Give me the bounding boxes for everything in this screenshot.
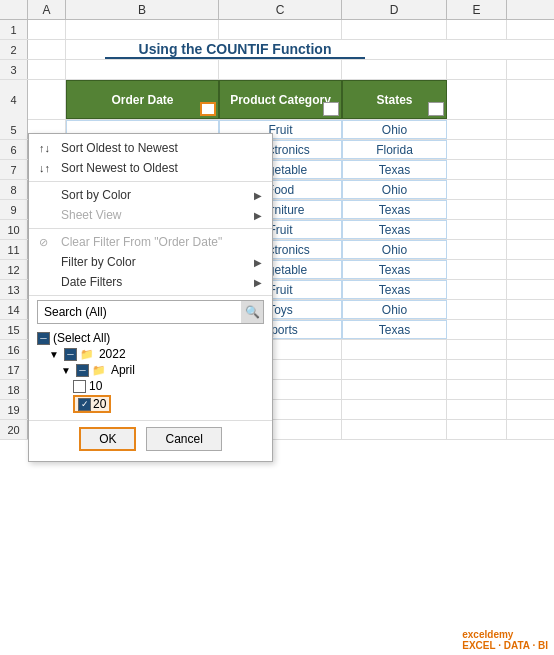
ok-button[interactable]: OK [79,427,136,451]
filter-by-color-item[interactable]: Filter by Color ▶ [29,252,272,272]
row-num-18: 18 [0,380,28,399]
dropdown-menu: ↑↓ Sort Oldest to Newest ↓↑ Sort Newest … [28,133,273,462]
year-2022-checkbox[interactable]: ─ [64,348,77,361]
row-num-15: 15 [0,320,28,339]
row-num-1: 1 [0,20,28,39]
row-1: 1 [0,20,554,40]
date-filters-item[interactable]: Date Filters ▶ [29,272,272,292]
tree-list: ─ (Select All) ▼ ─ 📁 2022 ▼ ─ 📁 April 10 [29,328,272,416]
sort-oldest-item[interactable]: ↑↓ Sort Oldest to Newest [29,138,272,158]
product-category-header: Product Category ▼ [219,80,342,119]
page-title: Using the COUNTIF Function [105,41,365,57]
row-num-7: 7 [0,160,28,179]
col-header-a: A [28,0,66,19]
tree-item-10[interactable]: 10 [37,378,264,394]
row-num-8: 8 [0,180,28,199]
col-header-c: C [219,0,342,19]
cancel-button[interactable]: Cancel [146,427,221,451]
cell-state-1: Ohio [342,120,447,139]
cell-state-3: Texas [342,160,447,179]
clear-filter-item: ⊘ Clear Filter From "Order Date" [29,232,272,252]
cell-e11 [447,240,507,259]
cell-state-8: Texas [342,260,447,279]
cell-d1 [342,20,447,39]
folder-icon-april: 📁 [92,364,106,377]
expand-icon-april: ▼ [61,365,71,376]
cell-e7 [447,160,507,179]
col-header-e: E [447,0,507,19]
april-checkbox[interactable]: ─ [76,364,89,377]
cell-b1 [66,20,219,39]
cell-e6 [447,140,507,159]
cell-a2 [28,40,66,59]
row-num-20: 20 [0,420,28,439]
cell-b3 [66,60,219,79]
order-date-dropdown-btn[interactable]: ▼ [200,102,216,116]
sheet-view-arrow: ▶ [254,210,262,221]
row-num-19: 19 [0,400,28,419]
row-num-6: 6 [0,140,28,159]
column-headers: A B C D E [0,0,554,20]
cell-a1 [28,20,66,39]
item-20-checkbox[interactable]: ✓ [78,398,91,411]
product-category-dropdown-btn[interactable]: ▼ [323,102,339,116]
cell-c1 [219,20,342,39]
tree-april[interactable]: ▼ ─ 📁 April [37,362,264,378]
cell-e10 [447,220,507,239]
row-3: 3 [0,60,554,80]
row-num-13: 13 [0,280,28,299]
sort-by-color-item[interactable]: Sort by Color ▶ [29,185,272,205]
row-num-14: 14 [0,300,28,319]
cell-state-10: Ohio [342,300,447,319]
table-header-row: 4 Order Date ▼ Product Category ▼ States… [0,80,554,120]
search-button[interactable]: 🔍 [241,301,263,323]
sort-newest-item[interactable]: ↓↑ Sort Newest to Oldest [29,158,272,178]
item-10-checkbox[interactable] [73,380,86,393]
states-header: States ▼ [342,80,447,119]
sheet-view-item: Sheet View ▶ [29,205,272,225]
clear-filter-icon: ⊘ [39,236,55,249]
col-header-b: B [66,0,219,19]
cell-e8 [447,180,507,199]
watermark: exceldemy EXCEL · DATA · BI [462,629,548,651]
row-num-3: 3 [0,60,28,79]
tree-item-20[interactable]: ✓ 20 [37,394,264,414]
col-header-d: D [342,0,447,19]
cell-state-4: Ohio [342,180,447,199]
divider-2 [29,228,272,229]
tree-select-all[interactable]: ─ (Select All) [37,330,264,346]
row-num-2: 2 [0,40,28,59]
cell-e15 [447,320,507,339]
cell-state-2: Florida [342,140,447,159]
row-num-9: 9 [0,200,28,219]
cell-e13 [447,280,507,299]
search-input[interactable] [38,303,241,321]
states-dropdown-btn[interactable]: ▼ [428,102,444,116]
date-filter-arrow: ▶ [254,277,262,288]
watermark-logo: exceldemy [462,629,513,640]
search-container: 🔍 [37,300,264,324]
cell-e14 [447,300,507,319]
sort-desc-icon: ↓↑ [39,162,55,174]
select-all-checkbox[interactable]: ─ [37,332,50,345]
cell-state-11: Texas [342,320,447,339]
filter-color-arrow: ▶ [254,257,262,268]
row-num-12: 12 [0,260,28,279]
cell-state-6: Texas [342,220,447,239]
item-20-highlight: ✓ 20 [73,395,111,413]
cell-e12 [447,260,507,279]
cell-state-9: Texas [342,280,447,299]
tree-2022[interactable]: ▼ ─ 📁 2022 [37,346,264,362]
row-num-5: 5 [0,120,28,139]
row-num-10: 10 [0,220,28,239]
cell-state-5: Texas [342,200,447,219]
cell-d3 [342,60,447,79]
watermark-tagline: EXCEL · DATA · BI [462,640,548,651]
sort-color-arrow: ▶ [254,190,262,201]
row-num-16: 16 [0,340,28,359]
sort-asc-icon: ↑↓ [39,142,55,154]
cell-a3 [28,60,66,79]
row-num-17: 17 [0,360,28,379]
order-date-header: Order Date ▼ [66,80,219,119]
row-num-4: 4 [0,80,28,120]
